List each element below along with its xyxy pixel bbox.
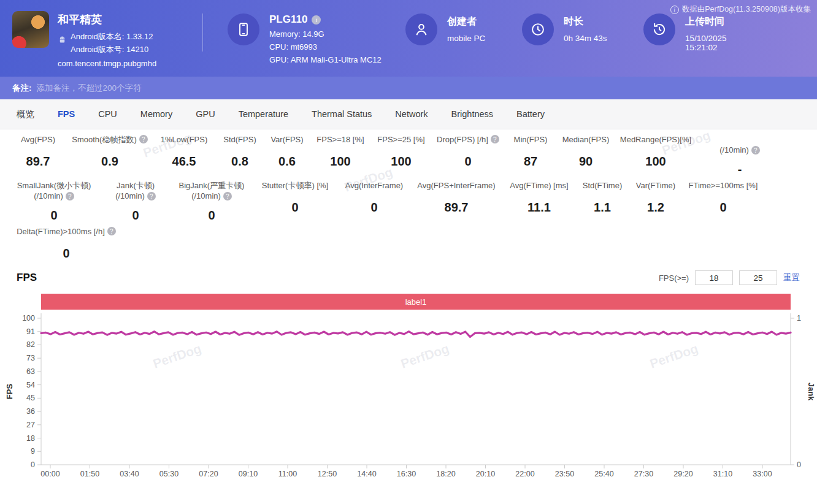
device-cpu: CPU: mt6993 [269,42,382,52]
stat-value: 100 [617,155,694,169]
stat-metric: Avg(FPS+InterFrame)89.7 [410,180,503,215]
tab-fps[interactable]: FPS [46,99,86,129]
app-package: com.tencent.tmgp.pubgmhd [58,59,156,68]
fps-chart-title: FPS [17,272,37,284]
stat-value: 100 [373,155,429,169]
collect-info-text: 数据由PerfDog(11.3.250908)版本收集 [682,4,811,15]
x-tick-label: 16:30 [397,470,416,478]
help-icon[interactable]: ? [751,146,760,155]
x-tick-label: 23:50 [555,470,574,478]
stat-label: FPS>=25 [%] [373,134,429,145]
reset-link[interactable]: 重置 [783,272,800,283]
stat-value: 0 [434,155,502,169]
help-icon[interactable]: ? [223,192,232,200]
device-memory: Memory: 14.9G [269,29,382,39]
stat-label-line2: (/10min)? [699,145,780,155]
fps-threshold-input-1[interactable] [695,270,733,285]
stat-value: 1.1 [578,200,627,215]
stat-label: FPS>=18 [%] [313,134,368,145]
app-version-code: Android版本号: 14210 [71,44,153,55]
fps-line-chart-svg[interactable]: 100918273635445362718901000:0001:5003:40… [0,310,817,484]
history-clock-icon [643,13,675,45]
stat-metric: BigJank(严重卡顿)(/10min)?0 [172,180,251,223]
stat-metric: Avg(InterFrame)0 [339,180,410,215]
device-info-block: PLG110 i Memory: 14.9G CPU: mt6993 GPU: … [203,0,405,64]
tab-gpu[interactable]: GPU [184,99,226,129]
fps-threshold-input-2[interactable] [739,270,777,285]
x-tick-label: 00:00 [40,470,59,478]
stat-value: 1.2 [632,200,680,215]
tab-memory[interactable]: Memory [129,99,184,129]
tab-cpu[interactable]: CPU [86,99,129,129]
x-tick-label: 27:30 [634,470,653,478]
stat-metric: (/10min)?- [697,134,783,177]
y-tick-label: 0 [31,460,35,469]
upload-time-value: 15/10/2025 15:21:02 [685,34,760,52]
x-tick-label: 31:10 [713,470,732,478]
note-input-bar[interactable]: 备注: 添加备注，不超过200个字符 [0,77,817,99]
stat-value: 11.1 [505,200,573,215]
help-icon[interactable]: ? [147,192,156,200]
x-tick-label: 12:50 [318,470,337,478]
tab-thermal-status[interactable]: Thermal Status [300,99,383,129]
tab-network[interactable]: Network [383,99,439,129]
help-icon[interactable]: ? [66,192,74,200]
stat-metric: Jank(卡顿)(/10min)?0 [99,180,172,223]
chart-banner-text: label1 [405,297,427,307]
device-name: PLG110 [269,13,307,26]
stat-metric: Std(FPS)0.8 [216,134,264,169]
duration-block: 时长 0h 34m 43s [522,0,643,45]
stat-label: Stutter(卡顿率) [%] [254,180,336,191]
stat-metric: Avg(FTime) [ms]11.1 [503,180,575,215]
y2-tick-label: 0 [797,460,801,469]
tab-bar: 概览FPSCPUMemoryGPUTemperatureThermal Stat… [0,99,817,129]
tab-battery[interactable]: Battery [505,99,556,129]
help-icon[interactable]: ? [491,135,499,143]
stat-metric: Var(FTime)1.2 [629,180,682,215]
stat-label: 1%Low(FPS) [155,134,213,145]
stat-metric: Median(FPS)90 [557,134,615,169]
phone-icon [228,13,259,45]
tab-概览[interactable]: 概览 [5,99,46,129]
y-axis-title: FPS [5,384,14,400]
x-tick-label: 20:10 [476,470,495,478]
stat-label: Avg(InterFrame) [341,180,407,191]
x-tick-label: 07:20 [199,470,218,478]
x-tick-label: 03:40 [120,470,139,478]
creator-value: mobile PC [447,34,485,43]
stat-value: 0 [11,208,97,223]
stats-row-2: SmallJank(微小卡顿)(/10min)?0Jank(卡顿)(/10min… [9,180,817,223]
stat-metric: Smooth(稳帧指数)?0.9 [67,134,152,169]
fps-chart[interactable]: 100918273635445362718901000:0001:5003:40… [0,310,817,487]
stat-value: 0 [685,200,762,215]
creator-block: 创建者 mobile PC [405,0,522,45]
x-tick-label: 33:00 [753,470,772,478]
y-tick-label: 18 [26,434,35,443]
stat-metric: 1%Low(FPS)46.5 [152,134,216,169]
stat-value: 89.7 [11,155,65,169]
stat-metric: Avg(FPS)89.7 [9,134,67,169]
fps-chart-section: FPS FPS(>=) 重置 label1 100918273635445362… [0,264,817,487]
stat-label: Avg(FTime) [ms] [505,180,573,191]
y-tick-label: 73 [26,354,35,362]
stat-metric: Min(FPS)87 [504,134,557,169]
x-tick-label: 09:10 [239,470,258,478]
stat-label: Jank(卡顿) [102,180,169,191]
help-icon[interactable]: ? [139,135,148,143]
app-icon [12,11,49,48]
stat-metric: FPS>=18 [%]100 [310,134,370,169]
help-icon[interactable]: ? [107,227,116,235]
device-gpu: GPU: ARM Mali-G1-Ultra MC12 [269,55,382,64]
stat-metric: Var(FPS)0.6 [264,134,310,169]
device-info-icon[interactable]: i [312,15,321,25]
tab-temperature[interactable]: Temperature [227,99,300,129]
duration-value: 0h 34m 43s [564,34,607,43]
tab-brightness[interactable]: Brightness [440,99,505,129]
y-tick-label: 45 [26,394,35,402]
app-info-block: 和平精英 Android版本名: 1.33.12 Android版本号: 142… [0,0,202,68]
y-tick-label: 100 [22,314,35,323]
duration-label: 时长 [564,15,607,28]
stat-value: 89.7 [412,200,501,215]
x-tick-label: 05:30 [159,470,178,478]
report-header: i 数据由PerfDog(11.3.250908)版本收集 和平精英 Andro… [0,0,817,77]
